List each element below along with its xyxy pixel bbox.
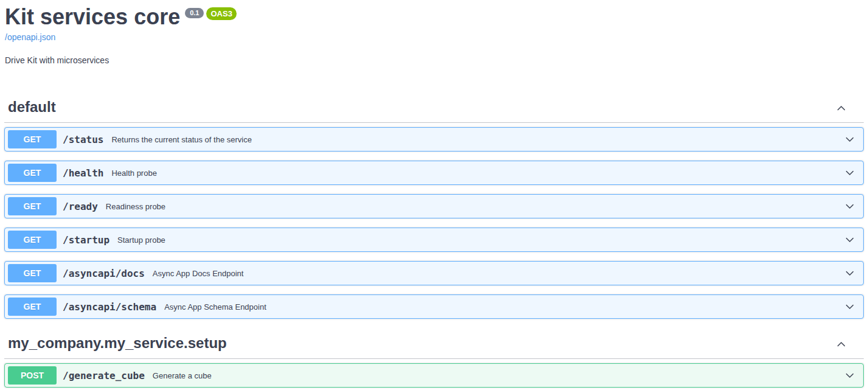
oas3-badge: OAS3 xyxy=(206,7,236,20)
operation-path: /ready xyxy=(63,201,98,212)
method-badge: GET xyxy=(8,164,57,182)
operations-list: GET /status Returns the current status o… xyxy=(4,123,864,319)
tag-title: my_company.my_service.setup xyxy=(8,335,227,352)
chevron-down-icon[interactable] xyxy=(844,133,856,145)
operation-summary: Async App Schema Endpoint xyxy=(164,302,844,312)
operation-path: /generate_cube xyxy=(63,370,145,381)
operation-path: /status xyxy=(63,134,103,145)
tag-header-default[interactable]: default xyxy=(4,99,864,123)
operation-path: /health xyxy=(63,167,103,179)
page-title: Kit services core0.1OAS3 xyxy=(5,5,864,29)
api-title-text: Kit services core xyxy=(5,4,180,29)
operation-row-post-generate-cube[interactable]: POST /generate_cube Generate a cube xyxy=(4,363,864,388)
collapse-section-button[interactable] xyxy=(835,102,847,114)
chevron-up-icon xyxy=(835,107,847,116)
collapse-section-button[interactable] xyxy=(835,338,847,350)
chevron-down-icon[interactable] xyxy=(844,301,856,313)
operation-summary: Generate a cube xyxy=(153,371,844,380)
operation-summary: Health probe xyxy=(111,169,844,178)
api-description: Drive Kit with microservices xyxy=(5,55,864,65)
tag-title: default xyxy=(8,99,56,116)
method-badge: GET xyxy=(8,197,57,215)
operation-path: /asyncapi/schema xyxy=(63,301,156,313)
method-badge: GET xyxy=(8,264,57,282)
openapi-spec-link[interactable]: /openapi.json xyxy=(5,32,55,42)
chevron-down-icon[interactable] xyxy=(844,369,856,381)
method-badge: GET xyxy=(8,231,57,249)
operation-summary: Returns the current status of the servic… xyxy=(111,135,844,144)
operation-row-get-status[interactable]: GET /status Returns the current status o… xyxy=(4,127,864,151)
operation-row-get-ready[interactable]: GET /ready Readiness probe xyxy=(4,194,864,218)
chevron-down-icon[interactable] xyxy=(844,167,856,179)
operation-summary: Readiness probe xyxy=(106,202,844,211)
chevron-down-icon[interactable] xyxy=(844,267,856,279)
operation-row-get-asyncapi-schema[interactable]: GET /asyncapi/schema Async App Schema En… xyxy=(4,294,864,319)
chevron-up-icon xyxy=(835,343,847,352)
tag-section-default: default GET /status Returns the current … xyxy=(4,99,864,319)
tag-section-my-company-my-service-setup: my_company.my_service.setup POST /genera… xyxy=(4,335,864,388)
operation-path: /asyncapi/docs xyxy=(63,268,145,279)
chevron-down-icon[interactable] xyxy=(844,234,856,246)
version-badge: 0.1 xyxy=(185,8,204,18)
operation-path: /startup xyxy=(63,234,109,246)
method-badge: GET xyxy=(8,130,57,148)
operation-row-get-startup[interactable]: GET /startup Startup probe xyxy=(4,228,864,252)
swagger-ui-page: Kit services core0.1OAS3 /openapi.json D… xyxy=(0,0,868,388)
operation-row-get-asyncapi-docs[interactable]: GET /asyncapi/docs Async App Docs Endpoi… xyxy=(4,261,864,285)
operation-row-get-health[interactable]: GET /health Health probe xyxy=(4,161,864,185)
tag-header-my-company-my-service-setup[interactable]: my_company.my_service.setup xyxy=(4,335,864,359)
chevron-down-icon[interactable] xyxy=(844,200,856,212)
operation-summary: Async App Docs Endpoint xyxy=(153,269,844,278)
operation-summary: Startup probe xyxy=(117,235,844,245)
method-badge: POST xyxy=(8,366,57,385)
operations-list: POST /generate_cube Generate a cube xyxy=(4,359,864,388)
method-badge: GET xyxy=(8,298,57,316)
api-info: Kit services core0.1OAS3 /openapi.json D… xyxy=(4,5,864,65)
